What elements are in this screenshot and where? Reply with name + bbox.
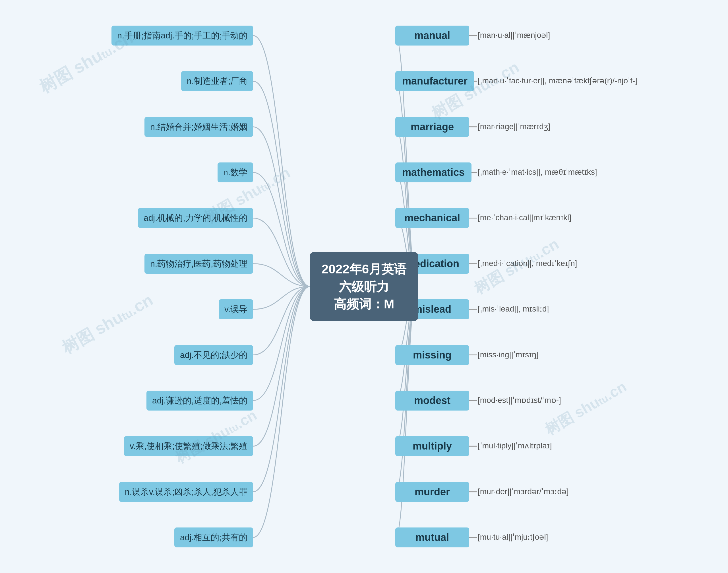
def-node-def-mislead: v.误导 (219, 299, 253, 319)
def-node-def-manual: n.手册;指南adj.手的;手工的;手动的 (111, 25, 253, 46)
def-node-def-mutual: adj.相互的;共有的 (174, 527, 253, 548)
def-node-def-modest: adj.谦逊的,适度的,羞怯的 (147, 390, 253, 411)
def-node-def-murder: n.谋杀v.谋杀;凶杀;杀人,犯杀人罪 (119, 482, 253, 502)
def-node-def-multiply: v.乘,使相乘;使繁殖;做乘法;繁殖 (124, 436, 253, 456)
phonetic-mechanical: [me·ˈchan·i·cal||mɪˈkænɪkl] (478, 213, 571, 222)
phonetic-modest: [mod·est||ˈmɒdɪst/ˈmɒ-] (478, 396, 561, 405)
center-node: 2022年6月英语六级听力 高频词：M (310, 252, 418, 321)
word-node-missing: missing (395, 345, 469, 365)
word-node-marriage: marriage (395, 117, 469, 137)
def-node-def-medication: n.药物治疗,医药,药物处理 (145, 254, 253, 274)
def-node-def-mechanical: adj.机械的,力学的,机械性的 (138, 208, 253, 228)
phonetic-medication: [ˌmed·i·ˈcation||, medɪˈkeɪʃn] (478, 259, 577, 268)
word-node-murder: murder (395, 482, 469, 502)
mind-map: 2022年6月英语六级听力 高频词：M 树图 shutu.cn 树图 shutu… (0, 0, 728, 573)
def-node-def-marriage: n.结婚合并;婚姻生活;婚姻 (145, 117, 253, 137)
word-node-modest: modest (395, 390, 469, 411)
phonetic-mathematics: [ˌmath·e·ˈmat·ics||, mæθɪˈmætɪks] (478, 167, 597, 177)
def-node-def-mathematics: n.数学 (218, 162, 253, 183)
phonetic-marriage: [mar·riage||ˈmærɪdʒ] (478, 122, 550, 131)
phonetic-manual: [man·u·al||ˈmænjoəl] (478, 31, 550, 40)
word-node-mathematics: mathematics (395, 162, 471, 183)
word-node-multiply: multiply (395, 436, 469, 456)
word-node-manufacturer: manufacturer (395, 71, 474, 91)
def-node-def-manufacturer: n.制造业者;厂商 (181, 71, 253, 91)
phonetic-missing: [miss·ing||ˈmɪsɪŋ] (478, 350, 539, 359)
phonetic-mutual: [mu·tu·al||ˈmjuːtʃoəl] (478, 532, 548, 542)
phonetic-mislead: [ˌmis·ˈlead||, mɪsliːd] (478, 304, 549, 314)
word-node-mutual: mutual (395, 527, 469, 548)
phonetic-multiply: [ˈmul·tiply||ˈmʌltɪplaɪ] (478, 441, 552, 450)
def-node-def-missing: adj.不见的;缺少的 (174, 345, 253, 365)
word-node-manual: manual (395, 25, 469, 46)
word-node-mechanical: mechanical (395, 208, 469, 228)
phonetic-murder: [mur·der||ˈmɜrdər/ˈmɜːdə] (478, 487, 569, 496)
phonetic-manufacturer: [ˌman·u·ˈfac·tur·er||, mænəˈfæktʃərə(r)/… (478, 76, 637, 85)
center-title: 2022年6月英语六级听力 (322, 262, 406, 294)
center-subtitle: 高频词：M (334, 297, 394, 311)
